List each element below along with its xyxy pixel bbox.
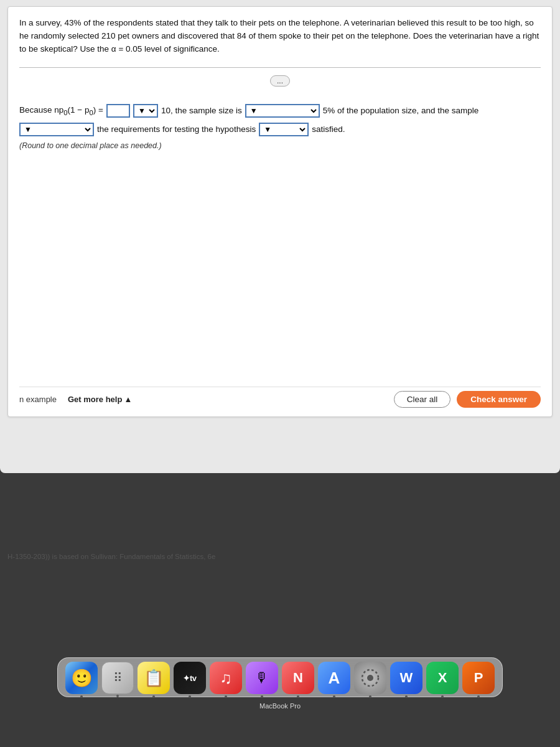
get-more-help-button[interactable]: Get more help ▲ — [68, 395, 132, 404]
dock-translate[interactable]: A — [318, 662, 350, 694]
footer-text: H-1350-203)) is based on Sullivan: Funda… — [7, 553, 215, 560]
check-answer-button[interactable]: Check answer — [457, 391, 541, 408]
bottom-bar: n example Get more help ▲ Clear all Chec… — [19, 387, 541, 409]
dock-word[interactable]: W — [390, 662, 422, 694]
n-example-link[interactable]: n example — [19, 395, 57, 404]
formula-input[interactable] — [106, 104, 130, 118]
comparison-dropdown[interactable]: ▼ ≥ ≤ > < — [133, 104, 158, 118]
dock: 🙂 ⠿ 📋 ✦tv ♫ 🎙 N — [57, 657, 503, 697]
divider — [19, 67, 541, 68]
clear-all-button[interactable]: Clear all — [394, 391, 451, 408]
dock-podcasts[interactable]: 🎙 — [246, 662, 278, 694]
chevron-up-icon: ▲ — [124, 395, 132, 404]
dock-excel[interactable]: X — [426, 662, 459, 694]
bottom-left: n example Get more help ▲ — [19, 395, 132, 404]
main-content: In a survey, 43% of the respondents stat… — [0, 0, 560, 473]
satisfied-dropdown[interactable]: ▼ are are not — [259, 123, 309, 136]
dock-appletv[interactable]: ✦tv — [174, 662, 206, 694]
dock-powerpoint[interactable]: P — [462, 662, 495, 694]
bottom-right: Clear all Check answer — [394, 391, 541, 408]
suffix2-label: the requirements for testing the hypothe… — [97, 125, 256, 134]
suffix3-label: satisfied. — [312, 125, 345, 134]
dock-area: 🙂 ⠿ 📋 ✦tv ♫ 🎙 N — [0, 657, 560, 710]
suffix1-label: 5% of the population size, and the sampl… — [323, 106, 479, 115]
dock-label: MacBook Pro — [259, 702, 301, 710]
sample-size-dropdown[interactable]: ▼ less than greater than equal to — [245, 104, 320, 118]
dock-system-prefs[interactable] — [354, 662, 386, 694]
dock-finder[interactable]: 🙂 — [65, 662, 98, 694]
formula-row-1: Because np0(1 − p0) = ▼ ≥ ≤ > < 10, the … — [19, 104, 541, 118]
formula-label: Because np0(1 − p0) = — [19, 105, 103, 116]
population-dropdown[interactable]: ▼ less than greater than equal to not eq… — [19, 123, 94, 136]
dock-music[interactable]: ♫ — [210, 662, 242, 694]
more-options-button[interactable]: ... — [270, 75, 290, 87]
round-note: (Round to one decimal place as needed.) — [19, 141, 541, 150]
formula-row-2: ▼ less than greater than equal to not eq… — [19, 123, 541, 136]
threshold-label: 10, the sample size is — [161, 106, 242, 115]
svg-point-0 — [367, 675, 373, 681]
dock-news[interactable]: N — [282, 662, 314, 694]
question-panel: In a survey, 43% of the respondents stat… — [7, 6, 553, 417]
dock-notes[interactable]: 📋 — [138, 662, 170, 694]
question-text: In a survey, 43% of the respondents stat… — [19, 17, 541, 56]
dock-recents[interactable]: ⠿ — [101, 662, 134, 694]
